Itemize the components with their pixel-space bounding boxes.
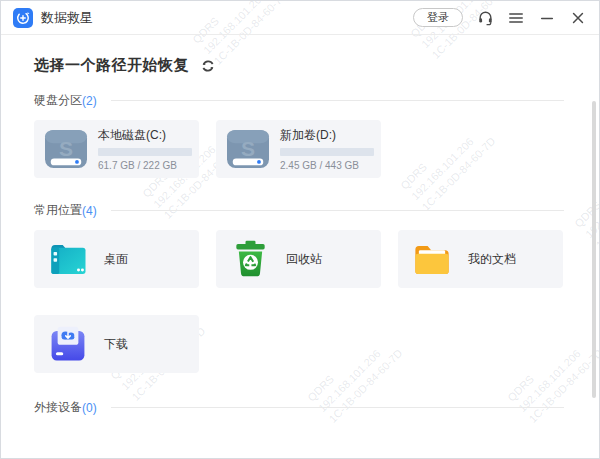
- location-card-downloads[interactable]: 下载: [34, 315, 199, 373]
- section-common-count: (4): [82, 204, 97, 218]
- download-icon: [47, 324, 89, 364]
- app-title: 数据救星: [41, 9, 93, 27]
- disk-card-d[interactable]: S 新加卷(D:) 2.45 GB / 443 GB: [216, 120, 381, 178]
- disk-name: 新加卷(D:): [280, 127, 374, 144]
- support-headset-icon[interactable]: [476, 9, 494, 27]
- svg-text:S: S: [59, 137, 73, 160]
- app-window: QDRS192.168.101.2061C-1B-0D-84-60-7D QDR…: [0, 0, 600, 459]
- location-card-recycle-bin[interactable]: 回收站: [216, 230, 381, 288]
- scrollbar[interactable]: [592, 101, 596, 398]
- disk-usage-bar: [280, 148, 374, 156]
- location-label: 回收站: [286, 251, 322, 268]
- desktop-folder-icon: [47, 239, 89, 279]
- disk-usage-text: 2.45 GB / 443 GB: [280, 160, 374, 171]
- section-external-label: 外接设备: [34, 399, 82, 416]
- menu-icon[interactable]: [507, 9, 525, 27]
- location-label: 我的文档: [468, 251, 516, 268]
- minimize-icon[interactable]: [538, 9, 556, 27]
- disk-name: 本地磁盘(C:): [98, 127, 192, 144]
- section-common-header: 常用位置(4): [34, 202, 564, 219]
- close-icon[interactable]: [569, 9, 587, 27]
- documents-folder-icon: [411, 239, 453, 279]
- hard-drive-icon: S: [43, 128, 89, 170]
- location-card-documents[interactable]: 我的文档: [398, 230, 563, 288]
- divider: [111, 210, 564, 211]
- recycle-bin-icon: [229, 239, 271, 279]
- section-partitions-count: (2): [82, 94, 97, 108]
- disk-usage-text: 61.7 GB / 222 GB: [98, 160, 192, 171]
- divider: [111, 100, 564, 101]
- svg-text:S: S: [241, 137, 255, 160]
- page-title: 选择一个路径开始恢复: [34, 56, 189, 75]
- app-logo-icon: [13, 8, 33, 28]
- section-external-header: 外接设备(0): [34, 399, 564, 416]
- section-external-count: (0): [82, 401, 97, 415]
- refresh-icon[interactable]: [201, 59, 215, 73]
- section-partitions-header: 硬盘分区(2): [34, 92, 564, 109]
- section-common-label: 常用位置: [34, 202, 82, 219]
- disk-card-c[interactable]: S 本地磁盘(C:) 61.7 GB / 222 GB: [34, 120, 199, 178]
- location-label: 桌面: [104, 251, 128, 268]
- titlebar: 数据救星 登录: [1, 1, 599, 35]
- hard-drive-icon: S: [225, 128, 271, 170]
- divider: [111, 407, 564, 408]
- location-label: 下载: [104, 336, 128, 353]
- login-button[interactable]: 登录: [413, 8, 463, 27]
- disk-usage-bar: [98, 148, 192, 156]
- section-partitions-label: 硬盘分区: [34, 92, 82, 109]
- location-card-desktop[interactable]: 桌面: [34, 230, 199, 288]
